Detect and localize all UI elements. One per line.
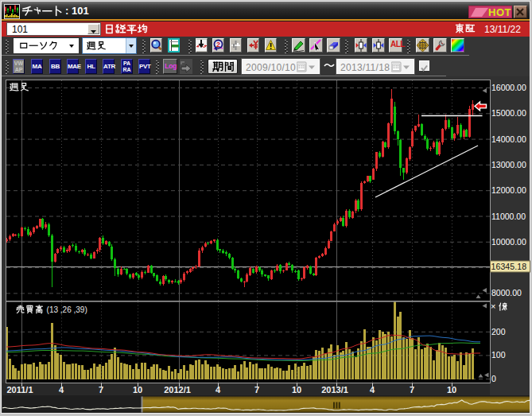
svg-text:×: × [491,301,495,311]
svg-text:(13 ,26 ,39): (13 ,26 ,39) [47,305,87,314]
svg-text:7: 7 [254,385,259,395]
svg-text:7: 7 [410,385,414,395]
svg-text:4: 4 [370,385,375,395]
svg-text:10: 10 [447,385,456,395]
svg-text:0: 0 [491,374,496,383]
svg-text:14000.00: 14000.00 [491,134,526,144]
svg-text:13000.00: 13000.00 [491,160,526,169]
svg-text:100: 100 [491,350,506,360]
svg-text:7: 7 [99,385,103,395]
svg-text:4: 4 [59,385,64,395]
svg-text:10: 10 [133,385,142,395]
svg-text:10000.00: 10000.00 [491,237,526,247]
svg-text:200: 200 [491,327,506,336]
svg-text:8000.00: 8000.00 [491,288,522,297]
svg-text:10: 10 [292,385,301,395]
svg-text:16345.18: 16345.18 [491,262,527,271]
svg-text:16000.00: 16000.00 [491,83,526,92]
svg-text:2012/1: 2012/1 [164,385,191,395]
svg-text:4: 4 [216,385,221,395]
svg-text:2013/1: 2013/1 [321,385,348,395]
svg-text:2011/1: 2011/1 [6,385,33,395]
svg-text:11000.00: 11000.00 [491,212,526,221]
svg-text:15000.00: 15000.00 [491,108,526,118]
svg-text:12000.00: 12000.00 [491,185,526,195]
